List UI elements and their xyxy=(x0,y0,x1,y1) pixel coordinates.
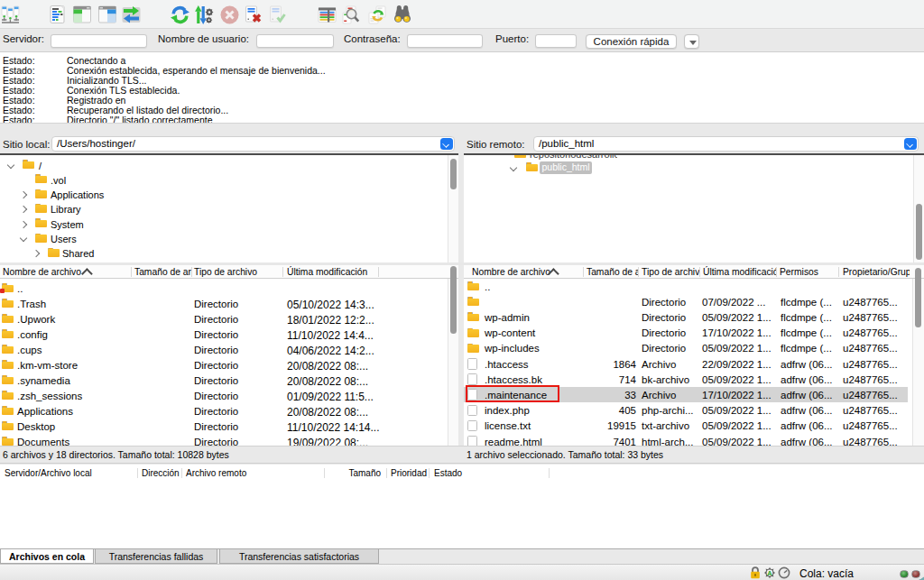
svg-text:A: A xyxy=(767,569,772,577)
